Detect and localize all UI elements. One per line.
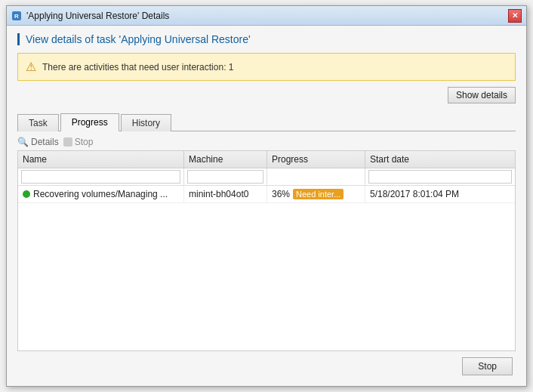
search-area: 🔍 Details	[17, 137, 59, 147]
table-body: Recovering volumes/Managing ... minint-b…	[18, 186, 515, 350]
cell-name: Recovering volumes/Managing ...	[18, 186, 184, 202]
cell-progress: 36% Need inter...	[267, 186, 365, 202]
tab-progress[interactable]: Progress	[60, 113, 119, 131]
table-header: Name Machine Progress Start date	[18, 151, 515, 168]
filter-progress-cell	[267, 168, 365, 185]
row-name: Recovering volumes/Managing ...	[33, 189, 168, 199]
col-machine: Machine	[184, 151, 267, 168]
progress-pct: 36%	[272, 189, 290, 199]
stop-icon-small	[63, 137, 72, 147]
filter-date-input[interactable]	[368, 170, 512, 184]
col-progress: Progress	[267, 151, 365, 168]
show-details-container: Show details	[17, 87, 516, 108]
app-icon: R	[11, 11, 22, 21]
window-body: View details of task 'Applying Universal…	[7, 26, 526, 386]
svg-text:R: R	[14, 13, 19, 20]
table-row[interactable]: Recovering volumes/Managing ... minint-b…	[18, 186, 515, 203]
filter-date-cell	[365, 168, 515, 185]
filter-name-input[interactable]	[21, 170, 180, 184]
title-bar-left: R 'Applying Universal Restore' Details	[11, 11, 169, 21]
cell-machine: minint-bh04ot0	[184, 186, 267, 202]
alert-text: There are activities that need user inte…	[42, 62, 507, 73]
filter-machine-input[interactable]	[187, 170, 263, 184]
filter-name-cell	[18, 168, 184, 185]
toolbar-stop-area: Stop	[63, 137, 94, 147]
show-details-button[interactable]: Show details	[448, 87, 516, 103]
title-bar: R 'Applying Universal Restore' Details ✕	[7, 6, 526, 26]
tab-history[interactable]: History	[121, 114, 171, 131]
filter-machine-cell	[184, 168, 267, 185]
page-title: View details of task 'Applying Universal…	[17, 33, 516, 45]
status-icon	[23, 190, 30, 198]
col-start-date: Start date	[365, 151, 515, 168]
tabs-row: Task Progress History	[17, 113, 516, 131]
details-link[interactable]: Details	[31, 137, 59, 147]
toolbar-row: 🔍 Details Stop	[17, 134, 516, 150]
filter-row	[18, 168, 515, 186]
main-window: R 'Applying Universal Restore' Details ✕…	[6, 5, 527, 387]
close-button[interactable]: ✕	[508, 9, 522, 23]
alert-box: ⚠ There are activities that need user in…	[17, 53, 516, 81]
warning-icon: ⚠	[26, 60, 36, 74]
need-interaction-badge: Need inter...	[293, 189, 344, 199]
footer: Stop	[17, 351, 516, 378]
window-title: 'Applying Universal Restore' Details	[26, 11, 169, 21]
search-icon: 🔍	[17, 137, 29, 147]
stop-toolbar-button[interactable]: Stop	[75, 137, 94, 147]
data-table: Name Machine Progress Start date	[17, 150, 516, 351]
stop-button[interactable]: Stop	[462, 357, 513, 375]
tab-task[interactable]: Task	[17, 114, 59, 131]
cell-start-date: 5/18/2017 8:01:04 PM	[365, 186, 515, 202]
col-name: Name	[18, 151, 184, 168]
